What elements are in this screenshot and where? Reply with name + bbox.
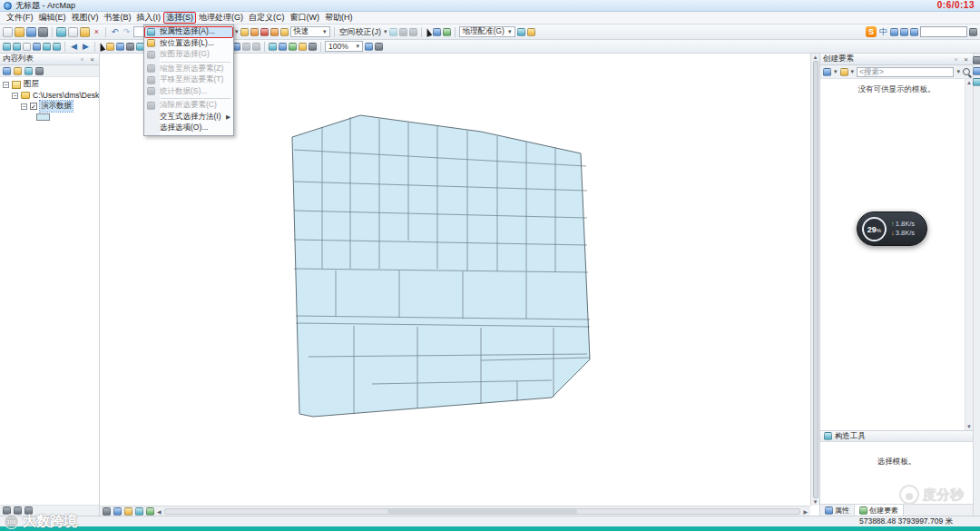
- tree-item-folder[interactable]: − C:\Users\dms\Desktop: [0, 90, 99, 101]
- layout-tool-icon[interactable]: [365, 43, 373, 51]
- tree-item-layer[interactable]: − ✓ 演示数据: [0, 101, 99, 112]
- draw-tool-icon[interactable]: [135, 507, 143, 516]
- refresh-icon[interactable]: [375, 43, 383, 51]
- fixed-zoom-out-icon[interactable]: [53, 43, 61, 51]
- layer-visibility-checkbox[interactable]: ✓: [30, 103, 37, 110]
- spatial-adjustment-label[interactable]: 空间校正(J): [338, 26, 383, 38]
- zoom-in-icon[interactable]: [3, 43, 11, 51]
- clear-selection-icon[interactable]: [106, 43, 114, 51]
- menu-help[interactable]: 帮助(H): [322, 12, 356, 24]
- pause-drawing-icon[interactable]: [309, 43, 317, 51]
- select-elements-icon[interactable]: [424, 27, 431, 36]
- menu-file[interactable]: 文件(F): [4, 12, 36, 24]
- select-features-icon[interactable]: [98, 42, 105, 51]
- redo-icon[interactable]: ↷: [122, 27, 132, 36]
- tab-attributes[interactable]: 属性: [820, 505, 855, 516]
- template-search-input[interactable]: [857, 67, 954, 77]
- search-icon[interactable]: [963, 68, 970, 75]
- ime-tool-icon[interactable]: [910, 28, 918, 36]
- scrollbar-thumb[interactable]: [813, 61, 818, 498]
- georeferencing-tool-icon[interactable]: [517, 28, 525, 36]
- polygon-symbol-swatch[interactable]: [36, 113, 50, 121]
- back-extent-icon[interactable]: ◀: [69, 42, 79, 51]
- draw-tool-icon[interactable]: [113, 507, 122, 516]
- georeferencing-tool-icon[interactable]: [527, 28, 535, 36]
- open-icon[interactable]: [15, 27, 24, 37]
- scrollbar-thumb[interactable]: [387, 509, 578, 514]
- viewer-icon[interactable]: [299, 43, 307, 51]
- tree-item-layers[interactable]: − 图层: [0, 79, 99, 90]
- menu-item-pan-to-selected[interactable]: 平移至所选要素(T): [144, 74, 233, 86]
- draw-tool-icon[interactable]: [146, 507, 154, 516]
- list-by-visibility-icon[interactable]: [24, 67, 33, 75]
- menu-item-select-by-attributes[interactable]: 按属性选择(A)...: [144, 26, 233, 38]
- cut-icon[interactable]: [56, 27, 66, 37]
- list-by-source-icon[interactable]: [14, 67, 22, 75]
- save-icon[interactable]: [26, 27, 36, 37]
- snapping-icon[interactable]: [269, 43, 277, 51]
- draw-tool-icon[interactable]: [103, 507, 111, 516]
- forward-extent-icon[interactable]: ▶: [81, 42, 91, 51]
- map-vertical-scrollbar[interactable]: ▲ ▼: [810, 54, 819, 506]
- full-extent-icon[interactable]: [33, 43, 41, 51]
- collapse-icon[interactable]: −: [3, 82, 9, 88]
- scroll-right-icon[interactable]: ▶: [803, 508, 808, 515]
- scroll-down-icon[interactable]: ▼: [966, 424, 972, 429]
- close-icon[interactable]: ×: [88, 55, 96, 64]
- sogou-ime-icon[interactable]: S: [866, 26, 877, 37]
- pin-icon[interactable]: ▫: [952, 55, 960, 64]
- scroll-up-icon[interactable]: ▲: [813, 54, 818, 60]
- network-speed-widget[interactable]: 29% ↑1.8K/s ↓3.8K/s: [857, 211, 927, 246]
- attributes-icon[interactable]: [279, 43, 287, 51]
- templates-scrollbar[interactable]: ▲ ▼: [965, 79, 973, 430]
- ime-settings-icon[interactable]: [969, 28, 977, 36]
- annotation-tool-icon[interactable]: [270, 28, 279, 36]
- adjustment-tool-icon[interactable]: [399, 28, 407, 36]
- menu-windows[interactable]: 窗口(W): [288, 12, 323, 24]
- new-document-icon[interactable]: [3, 27, 13, 37]
- draw-tool-icon[interactable]: [124, 507, 132, 516]
- docked-tool-icon[interactable]: [973, 78, 980, 86]
- organize-templates-icon[interactable]: [823, 68, 831, 76]
- menu-item-interactive-selection-method[interactable]: 交互式选择方法(I) ▶: [144, 112, 233, 123]
- undo-icon[interactable]: ↶: [110, 27, 120, 36]
- list-by-drawing-order-icon[interactable]: [3, 67, 11, 75]
- reshape-icon[interactable]: [443, 28, 451, 36]
- menu-item-select-by-graphics[interactable]: 按图形选择(G): [144, 49, 233, 61]
- annotation-tool-icon[interactable]: [240, 28, 249, 36]
- menu-insert[interactable]: 插入(I): [134, 12, 164, 24]
- collapse-icon[interactable]: −: [12, 93, 18, 99]
- docked-tool-icon[interactable]: [973, 67, 980, 75]
- layer-name[interactable]: 演示数据: [40, 101, 73, 112]
- scroll-up-icon[interactable]: ▲: [966, 80, 972, 85]
- adjustment-tool-icon[interactable]: [389, 28, 397, 36]
- paste-icon[interactable]: [80, 27, 90, 37]
- annotation-tool-icon[interactable]: [260, 28, 269, 36]
- map-horizontal-scrollbar[interactable]: [164, 508, 801, 515]
- menu-selection[interactable]: 选择(S): [163, 12, 196, 24]
- menu-edit[interactable]: 编辑(E): [36, 12, 69, 24]
- ime-mode-icon[interactable]: 中: [878, 26, 888, 38]
- copy-icon[interactable]: [68, 27, 78, 37]
- measure-icon[interactable]: [126, 43, 134, 51]
- delete-icon[interactable]: ×: [92, 27, 102, 36]
- zoom-out-icon[interactable]: [13, 43, 21, 51]
- annotation-tool-icon[interactable]: [280, 28, 289, 36]
- edit-vertices-icon[interactable]: [433, 28, 441, 36]
- pin-icon[interactable]: ▫: [78, 55, 86, 64]
- scroll-left-icon[interactable]: ◀: [157, 508, 162, 515]
- docked-tool-icon[interactable]: [973, 56, 980, 64]
- fixed-zoom-in-icon[interactable]: [43, 43, 51, 51]
- pan-icon[interactable]: [23, 43, 31, 51]
- quick-combo[interactable]: 快速▾: [290, 26, 330, 37]
- tab-create-features[interactable]: 创建要素: [855, 505, 904, 516]
- adjustment-tool-icon[interactable]: [409, 28, 417, 36]
- tree-item-symbol[interactable]: [0, 112, 99, 123]
- ime-tool-icon[interactable]: [900, 28, 908, 36]
- menu-item-selection-options[interactable]: 选择选项(O)...: [144, 123, 233, 134]
- menu-customize[interactable]: 自定义(C): [246, 12, 288, 24]
- close-icon[interactable]: ×: [962, 55, 970, 64]
- trace-tool-icon[interactable]: [242, 43, 250, 51]
- menu-item-statistics[interactable]: 统计数据(S)...: [144, 86, 233, 98]
- vertex-tool-icon[interactable]: [252, 43, 260, 51]
